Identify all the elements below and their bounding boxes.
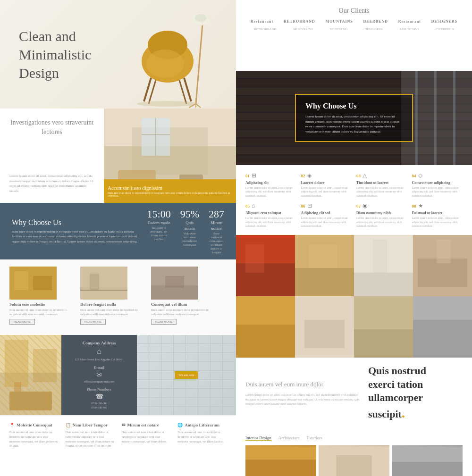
feature-icon-3: ◇ xyxy=(418,172,422,179)
gallery-top-row xyxy=(236,235,472,296)
chair-illustration xyxy=(123,9,227,109)
phone-text: 0700-000-000 0700-000-001 xyxy=(67,401,131,409)
blog-text-2: Duis autem vel eum iriure dolor in hendr… xyxy=(151,308,217,316)
svg-rect-51 xyxy=(415,71,418,165)
footer-col-0: 📍 Molestie Consequat Duis autem vel eum … xyxy=(9,423,59,465)
read-more-btn-1[interactable]: READ MORE xyxy=(80,319,106,325)
why-box-text: Lorem ipsum dolor sit amet, consectetur … xyxy=(305,114,403,134)
footer-col-3-text: Duis autem vel eum iriure dolor in hendr… xyxy=(177,430,227,443)
footer-icon-1: 📋 xyxy=(66,423,71,427)
portfolio-section: Interior Design Architecture Exteriors xyxy=(236,428,472,476)
feature-icon-6: ◉ xyxy=(362,202,367,209)
svg-rect-55 xyxy=(236,263,295,296)
contact-address: Company Address ⌂ 123 Main Street Los An… xyxy=(67,341,131,362)
feature-text-7: Lorem ipsum dolor sit amet, consectetuer… xyxy=(412,216,463,228)
portfolio-img-2 xyxy=(392,445,463,476)
footer-col-3: 🌐 Antepo Litterarum Duis autem vel eum i… xyxy=(177,423,227,465)
why-image-section: Why Choose Us Lorem ipsum dolor sit amet… xyxy=(236,71,472,165)
clients-row-2: RETROBRAND MOUNTAINS DEERBEND DESIGNERS … xyxy=(245,27,463,31)
feature-num-7: 08 xyxy=(412,204,416,209)
blog-item-0: Soluta esse molestie Duis autem vel eum … xyxy=(9,267,76,325)
clients-row-1: Restaurant RETROBRAND MOUNTAINS DEERBEND… xyxy=(245,19,463,24)
svg-rect-53 xyxy=(453,71,455,165)
client-4: Restaurant xyxy=(398,19,421,24)
feature-text-3: Lorem ipsum dolor sit amet, consectetuer… xyxy=(412,186,463,198)
svg-rect-69 xyxy=(304,320,345,348)
gallery-img-1 xyxy=(236,235,295,296)
feature-text-4: Lorem ipsum dolor sit amet, consectetuer… xyxy=(245,216,296,228)
svg-rect-25 xyxy=(80,267,127,300)
quote-section: Duis autem vel eum inure dolor Lorem ips… xyxy=(236,358,472,428)
hero-title: Clean and Minimalistic Design xyxy=(19,27,91,82)
feature-title-0: Adipiscing elit xyxy=(245,181,296,185)
feature-text-2: Lorem ipsum dolor sit amet, consectetuer… xyxy=(356,186,407,198)
blog-text-0: Duis autem vel eum iriure dolor in hendr… xyxy=(9,308,76,316)
portfolio-grid xyxy=(245,445,463,476)
tab-architecture[interactable]: Architecture xyxy=(278,435,300,441)
feature-title-3: Consectetuer adipiscing xyxy=(412,181,463,185)
svg-rect-79 xyxy=(392,462,463,476)
gallery-img-5 xyxy=(236,296,295,358)
svg-rect-56 xyxy=(245,244,264,273)
client-8: DEERBEND xyxy=(330,27,347,31)
feature-7: 08 ★ Euismod ut laoreet Lorem ipsum dolo… xyxy=(412,202,463,228)
client-5: DESIGNERS xyxy=(431,19,457,24)
why-choose-box: Why Choose Us Lorem ipsum dolor sit amet… xyxy=(295,94,413,142)
feature-num-4: 05 xyxy=(245,204,250,209)
feature-text-1: Lorem ipsum dolor sit amet, consectetuer… xyxy=(301,186,352,198)
email-icon: ✉ xyxy=(67,371,131,379)
svg-rect-77 xyxy=(337,455,372,476)
feature-title-7: Euismod ut laoreet xyxy=(412,211,463,215)
why-dark-body: Aute irure dolor in reprehenderit in vol… xyxy=(12,229,138,244)
svg-rect-73 xyxy=(413,320,472,358)
invest-image: Accumsan iusto dignissim Duis aute irure… xyxy=(104,109,236,203)
why-dark-section: Why Choose Us Aute irure dolor in repreh… xyxy=(0,203,236,259)
features-section: 01 ⊞ Adipiscing elit Lorem ipsum dolor s… xyxy=(236,165,472,235)
contact-room-overlay xyxy=(0,335,61,415)
tab-exteriors[interactable]: Exteriors xyxy=(307,435,322,441)
phone-icon: ☎ xyxy=(67,392,131,401)
feature-3: 04 ◇ Consectetuer adipiscing Lorem ipsum… xyxy=(412,172,463,198)
svg-point-13 xyxy=(137,101,198,107)
footer-icon-3: 🌐 xyxy=(177,423,183,427)
stat-1: 95% Quis autem Voluptate velit esse immo… xyxy=(180,208,199,254)
blog-item-1: Dolore feugiat nulla Duis autem vel eum … xyxy=(80,267,146,325)
svg-rect-30 xyxy=(165,276,184,288)
quote-left: Duis autem vel eum inure dolor Lorem ips… xyxy=(245,380,368,406)
blog-text-1: Duis autem vel eum iriure dolor in hendr… xyxy=(80,308,146,316)
address-text: 123 Main Street Los Angeles CA 90001 xyxy=(67,357,131,362)
quote-dot: . xyxy=(402,406,405,420)
feature-num-2: 03 xyxy=(356,174,361,178)
gallery-img-6 xyxy=(295,296,354,358)
footer-col-3-title: 🌐 Antepo Litterarum xyxy=(177,423,227,427)
client-9: DESIGNERS xyxy=(364,27,383,31)
footer-col-0-title: 📍 Molestie Consequat xyxy=(9,423,59,427)
gallery-img-2 xyxy=(295,235,354,296)
contact-left-image xyxy=(0,335,61,415)
blog-image-0 xyxy=(9,267,57,300)
feature-text-5: Lorem ipsum dolor sit amet, consectetuer… xyxy=(301,216,352,228)
why-stats: 15:00 Eodem modo Iacilised in populare, … xyxy=(147,208,224,254)
svg-rect-67 xyxy=(236,325,295,358)
feature-num-0: 01 xyxy=(245,174,250,178)
portfolio-tabs[interactable]: Interior Design Architecture Exteriors xyxy=(245,435,463,441)
feature-num-5: 06 xyxy=(301,204,305,209)
blog-image-1 xyxy=(80,267,127,300)
feature-num-6: 07 xyxy=(356,204,361,209)
feature-icon-0: ⊞ xyxy=(252,172,256,179)
footer-section: 📍 Molestie Consequat Duis autem vel eum … xyxy=(0,415,236,472)
svg-point-2 xyxy=(195,14,206,22)
footer-col-1-title: 📋 Nam Liber Tempor xyxy=(66,423,115,427)
tab-interior-design[interactable]: Interior Design xyxy=(245,435,271,441)
blog-grid: Soluta esse molestie Duis autem vel eum … xyxy=(9,267,227,325)
feature-1: 02 ◈ Laoreet dolore Lorem ipsum dolor si… xyxy=(301,172,352,198)
svg-rect-62 xyxy=(373,240,387,277)
yellow-banner: Accumsan iusto dignissim Duis aute irure… xyxy=(104,179,236,203)
feature-icon-5: ⊟ xyxy=(307,202,312,209)
gallery-bottom-row xyxy=(236,296,472,358)
portfolio-img-0 xyxy=(245,445,316,476)
read-more-btn-0[interactable]: READ MORE xyxy=(9,319,35,325)
read-more-btn-2[interactable]: READ MORE xyxy=(151,319,177,325)
feature-title-2: Tincidunt ut laoreet xyxy=(356,181,407,185)
contact-email: E-mail ✉ office@companymail.com xyxy=(67,366,131,384)
